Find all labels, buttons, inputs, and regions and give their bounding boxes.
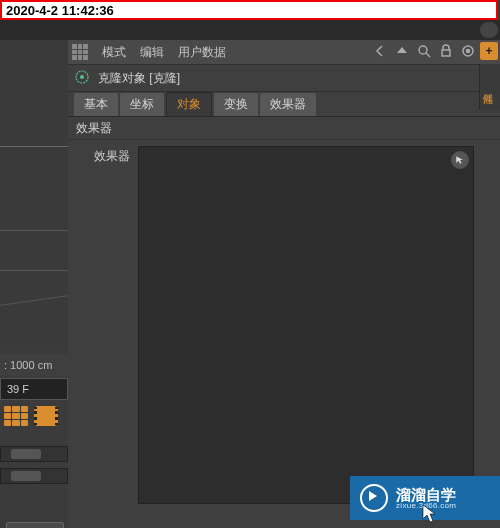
svg-point-3 bbox=[467, 49, 470, 52]
minimize-pill-icon[interactable] bbox=[480, 22, 498, 38]
frame-field[interactable]: 39 F bbox=[0, 378, 68, 400]
grid-render-icon[interactable] bbox=[4, 406, 28, 426]
nav-back-icon[interactable] bbox=[372, 43, 388, 62]
tab-object[interactable]: 对象 bbox=[166, 92, 212, 116]
tab-coord[interactable]: 坐标 bbox=[120, 93, 164, 116]
cloner-icon bbox=[74, 69, 90, 88]
grid-line bbox=[0, 230, 68, 231]
panel-top-strip bbox=[68, 20, 500, 40]
svg-point-5 bbox=[80, 75, 84, 79]
attribute-panel: 模式 编辑 用户数据 + 属性 克隆对象 [克隆] 基本 坐标 对象 变换 效果… bbox=[68, 20, 500, 528]
horizon-line bbox=[0, 146, 68, 147]
grid-line bbox=[0, 270, 68, 271]
render-icons-row bbox=[0, 402, 72, 430]
mouse-cursor bbox=[422, 504, 436, 524]
tab-transform[interactable]: 变换 bbox=[214, 93, 258, 116]
watermark-cn: 溜溜自学 bbox=[396, 487, 456, 502]
svg-rect-1 bbox=[442, 50, 450, 56]
scroll-thumb[interactable] bbox=[11, 471, 41, 481]
tab-row: 基本 坐标 对象 变换 效果器 bbox=[68, 92, 500, 117]
timestamp-bar: 2020-4-2 11:42:36 bbox=[0, 0, 498, 20]
waffle-icon[interactable] bbox=[72, 44, 88, 60]
scroll-thumb[interactable] bbox=[11, 449, 41, 459]
object-header: 克隆对象 [克隆] bbox=[68, 65, 500, 92]
timestamp-text: 2020-4-2 11:42:36 bbox=[6, 3, 114, 18]
scroll-track[interactable] bbox=[0, 446, 68, 462]
menu-userdata[interactable]: 用户数据 bbox=[172, 44, 232, 61]
frame-value: 39 F bbox=[7, 383, 29, 395]
nav-up-icon[interactable] bbox=[394, 43, 410, 62]
film-render-icon[interactable] bbox=[34, 406, 58, 426]
apply-button[interactable]: 应用 bbox=[6, 522, 64, 528]
side-tab-attributes[interactable]: 属性 bbox=[480, 64, 494, 108]
left-top-strip bbox=[0, 20, 68, 40]
viewport-edge[interactable] bbox=[0, 40, 69, 350]
tab-effectors[interactable]: 效果器 bbox=[260, 93, 316, 116]
side-tabs: 属性 bbox=[479, 64, 500, 110]
add-icon[interactable]: + bbox=[480, 42, 498, 60]
effectors-list[interactable] bbox=[138, 146, 474, 504]
menu-mode[interactable]: 模式 bbox=[96, 44, 132, 61]
section-title: 效果器 bbox=[68, 117, 500, 140]
menu-right-icons bbox=[372, 40, 476, 64]
grid-unit-status: : 1000 cm bbox=[0, 354, 72, 376]
menu-edit[interactable]: 编辑 bbox=[134, 44, 170, 61]
tab-basic[interactable]: 基本 bbox=[74, 93, 118, 116]
svg-point-0 bbox=[419, 46, 427, 54]
menu-bar: 模式 编辑 用户数据 + bbox=[68, 40, 500, 65]
lock-icon[interactable] bbox=[438, 43, 454, 62]
target-icon[interactable] bbox=[460, 43, 476, 62]
play-icon bbox=[360, 484, 388, 512]
search-icon[interactable] bbox=[416, 43, 432, 62]
scroll-track[interactable] bbox=[0, 468, 68, 484]
object-title: 克隆对象 [克隆] bbox=[98, 70, 180, 87]
grid-unit-text: : 1000 cm bbox=[4, 359, 52, 371]
field-label: 效果器 bbox=[68, 140, 134, 510]
pick-cursor-icon[interactable] bbox=[451, 151, 469, 169]
section-title-text: 效果器 bbox=[76, 120, 112, 137]
left-column: : 1000 cm 39 F 应用 bbox=[0, 20, 68, 528]
effectors-field: 效果器 bbox=[68, 140, 500, 510]
grid-line bbox=[0, 295, 67, 305]
